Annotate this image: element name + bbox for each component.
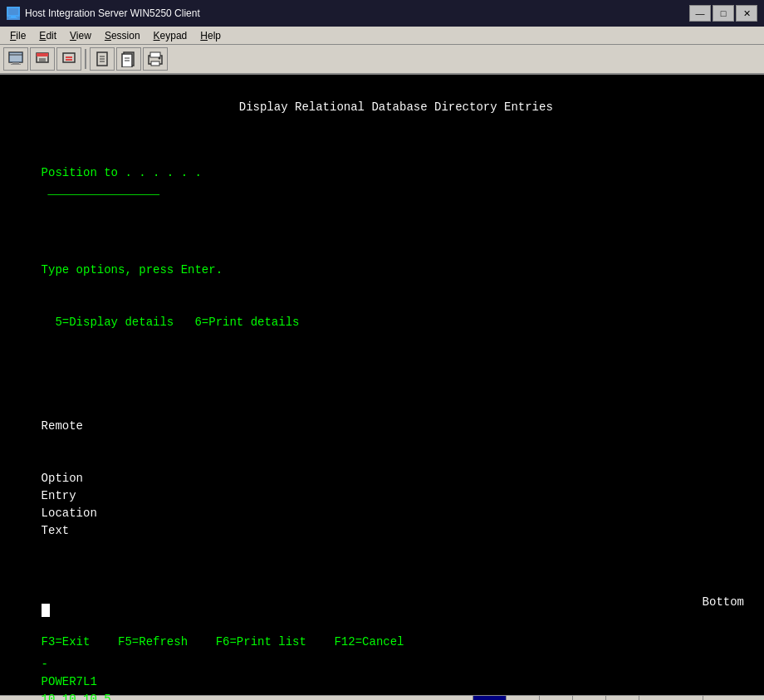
window-title: Host Integration Server WIN5250 Client — [25, 7, 200, 19]
svg-rect-2 — [9, 17, 17, 18]
app-icon — [7, 7, 20, 20]
toolbar-btn-1[interactable] — [3, 47, 28, 71]
column-header-row1: Remote — [13, 365, 751, 453]
toolbar — [0, 45, 764, 75]
position-input[interactable]: ________________ — [48, 182, 159, 199]
close-button[interactable]: ✕ — [736, 5, 757, 22]
function-keys: F3=Exit F5=Refresh F6=Print list F12=Can… — [13, 616, 404, 668]
terminal-screen[interactable]: Display Relational Database Directory En… — [0, 75, 764, 695]
svg-rect-26 — [151, 61, 159, 66]
toolbar-separator-1 — [85, 49, 86, 69]
menu-file[interactable]: File — [3, 28, 32, 43]
instructions-line1: Type options, press Enter. — [13, 244, 751, 296]
cursor — [42, 604, 50, 617]
bottom-label: Bottom — [674, 576, 744, 629]
toolbar-btn-5[interactable] — [116, 47, 141, 71]
menu-bar: File Edit View Session Keypad Help — [0, 27, 764, 45]
maximize-button[interactable]: □ — [713, 5, 734, 22]
toolbar-btn-3[interactable] — [56, 47, 81, 71]
instructions-line2: 5=Display details 6=Print details — [13, 296, 751, 349]
minimize-button[interactable]: — — [689, 5, 711, 22]
svg-rect-4 — [9, 52, 22, 62]
menu-keypad[interactable]: Keypad — [147, 28, 194, 43]
title-bar-left: Host Integration Server WIN5250 Client — [7, 7, 200, 20]
column-header-row2: Option Entry Location Text — [13, 453, 751, 557]
position-to-line: Position to . . . . . . ________________ — [13, 147, 751, 217]
svg-rect-0 — [7, 7, 19, 16]
screen-title: Display Relational Database Directory En… — [13, 81, 751, 134]
menu-help[interactable]: Help — [193, 28, 228, 43]
toolbar-btn-4[interactable] — [90, 47, 115, 71]
menu-edit[interactable]: Edit — [32, 28, 63, 43]
menu-view[interactable]: View — [63, 28, 98, 43]
toolbar-btn-6[interactable] — [143, 47, 168, 71]
window-controls: — □ ✕ — [689, 5, 757, 22]
title-bar: Host Integration Server WIN5250 Client —… — [0, 0, 764, 27]
toolbar-btn-2[interactable] — [30, 47, 55, 71]
svg-rect-24 — [150, 52, 160, 57]
svg-rect-9 — [37, 53, 48, 56]
menu-session[interactable]: Session — [98, 28, 147, 43]
svg-rect-7 — [11, 64, 21, 65]
svg-point-25 — [159, 57, 161, 60]
